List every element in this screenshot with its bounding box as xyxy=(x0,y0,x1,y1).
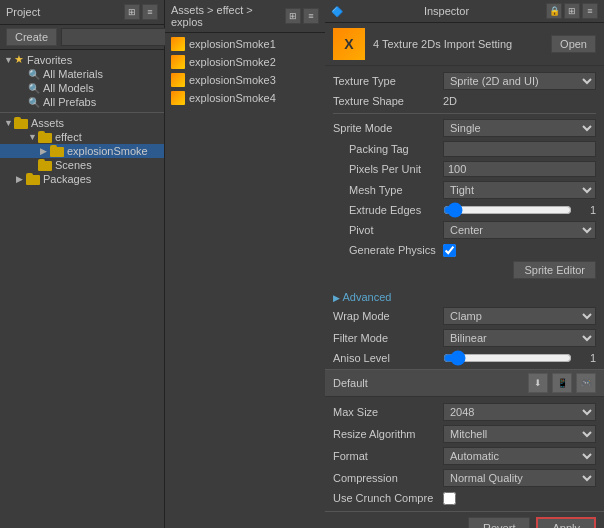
use-crunch-checkbox[interactable] xyxy=(443,492,456,505)
inspector-layout-icon[interactable]: ⊞ xyxy=(564,3,580,19)
pivot-select[interactable]: Center xyxy=(443,221,596,239)
advanced-header[interactable]: Advanced xyxy=(333,287,596,305)
generate-physics-label: Generate Physics xyxy=(333,244,443,256)
project-title: Project xyxy=(6,6,40,18)
filter-mode-label: Filter Mode xyxy=(333,332,443,344)
mobile-icon[interactable]: 📱 xyxy=(552,373,572,393)
revert-button[interactable]: Revert xyxy=(468,517,530,528)
assets-header[interactable]: ▼ Assets xyxy=(0,116,164,130)
sprite-mode-value: Single xyxy=(443,119,596,137)
list-item[interactable]: explosionSmoke2 xyxy=(165,53,325,71)
platform-header: Default ⬇ 📱 🎮 xyxy=(325,369,604,397)
sprite-mode-select[interactable]: Single xyxy=(443,119,596,137)
inspector-icons: 🔒 ⊞ ≡ xyxy=(546,3,598,19)
mesh-type-select[interactable]: Tight xyxy=(443,181,596,199)
pivot-row: Pivot Center xyxy=(333,219,596,241)
resize-algorithm-value: Mitchell xyxy=(443,425,596,443)
advanced-section: Advanced Wrap Mode Clamp Filter Mode Bil… xyxy=(325,285,604,369)
format-row: Format Automatic xyxy=(333,445,596,467)
packing-tag-row: Packing Tag xyxy=(333,139,596,159)
file-tree: ▼ ★ Favorites 🔍 All Materials 🔍 All Mode… xyxy=(0,50,164,528)
aniso-level-container: 1 xyxy=(443,352,596,364)
extrude-edges-row: Extrude Edges 1 xyxy=(333,201,596,219)
generate-physics-checkbox[interactable] xyxy=(443,244,456,257)
effect-folder[interactable]: ▼ effect xyxy=(0,130,164,144)
sprite-mode-row: Sprite Mode Single xyxy=(333,117,596,139)
aniso-level-value: 1 xyxy=(576,352,596,364)
texture-shape-value: 2D xyxy=(443,95,596,107)
inspector-panel: 🔷 Inspector 🔒 ⊞ ≡ X 4 Texture 2Ds Import… xyxy=(325,0,604,528)
generate-physics-row: Generate Physics xyxy=(333,241,596,259)
inspector-header: 🔷 Inspector 🔒 ⊞ ≡ xyxy=(325,0,604,23)
download-icon[interactable]: ⬇ xyxy=(528,373,548,393)
all-materials-item[interactable]: 🔍 All Materials xyxy=(0,67,164,81)
wrap-mode-row: Wrap Mode Clamp xyxy=(333,305,596,327)
format-select[interactable]: Automatic xyxy=(443,447,596,465)
create-button[interactable]: Create xyxy=(6,28,57,46)
resize-algorithm-select[interactable]: Mitchell xyxy=(443,425,596,443)
asset-title-row: X 4 Texture 2Ds Import Setting Open xyxy=(325,23,604,66)
all-models-item[interactable]: 🔍 All Models xyxy=(0,81,164,95)
scenes-folder[interactable]: Scenes xyxy=(0,158,164,172)
asset-lock-icon[interactable]: ⊞ xyxy=(285,8,301,24)
pixels-per-unit-input[interactable] xyxy=(443,161,596,177)
texture-type-row: Texture Type Sprite (2D and UI) xyxy=(333,70,596,92)
texture-type-label: Texture Type xyxy=(333,75,443,87)
game-icon[interactable]: 🎮 xyxy=(576,373,596,393)
platform-icons: ⬇ 📱 🎮 xyxy=(528,373,596,393)
open-button[interactable]: Open xyxy=(551,35,596,53)
extrude-edges-label: Extrude Edges xyxy=(333,204,443,216)
mesh-type-row: Mesh Type Tight xyxy=(333,179,596,201)
filter-mode-select[interactable]: Bilinear xyxy=(443,329,596,347)
asset-menu-icon[interactable]: ≡ xyxy=(303,8,319,24)
default-platform-label: Default xyxy=(333,377,522,389)
compression-select[interactable]: Normal Quality xyxy=(443,469,596,487)
bottom-bar: Revert Apply xyxy=(325,511,604,528)
lock-icon[interactable]: ⊞ xyxy=(124,4,140,20)
menu-icon[interactable]: ≡ xyxy=(142,4,158,20)
apply-button[interactable]: Apply xyxy=(536,517,596,528)
inspector-title: Inspector xyxy=(424,5,469,17)
platform-properties: Max Size 2048 Resize Algorithm Mitchell xyxy=(325,397,604,511)
create-bar: Create 🔍 ☰ xyxy=(0,25,164,50)
texture-type-select[interactable]: Sprite (2D and UI) xyxy=(443,72,596,90)
project-panel-header: Project ⊞ ≡ xyxy=(0,0,164,25)
mesh-type-label: Mesh Type xyxy=(333,184,443,196)
compression-label: Compression xyxy=(333,472,443,484)
extrude-edges-slider[interactable] xyxy=(443,204,572,216)
asset-panel-icons: ⊞ ≡ xyxy=(285,8,319,24)
favorites-header[interactable]: ▼ ★ Favorites xyxy=(0,52,164,67)
wrap-mode-label: Wrap Mode xyxy=(333,310,443,322)
texture-icon-1 xyxy=(171,37,185,51)
filter-mode-row: Filter Mode Bilinear xyxy=(333,327,596,349)
texture-icon-4 xyxy=(171,91,185,105)
texture-icon-2 xyxy=(171,55,185,69)
inspector-menu-icon[interactable]: ≡ xyxy=(582,3,598,19)
effect-folder-icon xyxy=(38,131,52,143)
sprite-editor-button[interactable]: Sprite Editor xyxy=(513,261,596,279)
max-size-select[interactable]: 2048 xyxy=(443,403,596,421)
packages-folder[interactable]: ▶ Packages xyxy=(0,172,164,186)
breadcrumb: Assets > effect > explos xyxy=(171,4,285,28)
inspector-lock-icon[interactable]: 🔒 xyxy=(546,3,562,19)
compression-row: Compression Normal Quality xyxy=(333,467,596,489)
texture-shape-label: Texture Shape xyxy=(333,95,443,107)
extrude-edges-value: 1 xyxy=(576,204,596,216)
assets-folder-icon xyxy=(14,117,28,129)
explosion-smoke-folder[interactable]: ▶ explosionSmoke xyxy=(0,144,164,158)
all-prefabs-item[interactable]: 🔍 All Prefabs xyxy=(0,95,164,109)
list-item[interactable]: explosionSmoke4 xyxy=(165,89,325,107)
format-label: Format xyxy=(333,450,443,462)
list-item[interactable]: explosionSmoke1 xyxy=(165,35,325,53)
list-item[interactable]: explosionSmoke3 xyxy=(165,71,325,89)
format-value: Automatic xyxy=(443,447,596,465)
texture-shape-row: Texture Shape 2D xyxy=(333,92,596,110)
asset-import-title: 4 Texture 2Ds Import Setting xyxy=(373,38,551,50)
asset-header: Assets > effect > explos ⊞ ≡ xyxy=(165,0,325,33)
mesh-type-value: Tight xyxy=(443,181,596,199)
filter-mode-value: Bilinear xyxy=(443,329,596,347)
pivot-label: Pivot xyxy=(333,224,443,236)
aniso-level-slider[interactable] xyxy=(443,352,572,364)
wrap-mode-select[interactable]: Clamp xyxy=(443,307,596,325)
packing-tag-input[interactable] xyxy=(443,141,596,157)
